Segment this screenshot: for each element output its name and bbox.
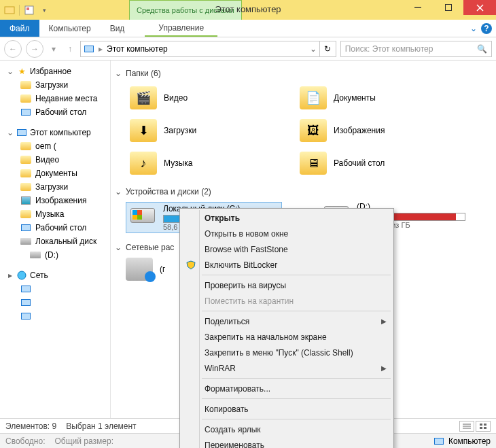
nav-this-pc[interactable]: ⌄ Этот компьютер	[0, 126, 110, 139]
folder-videos[interactable]: 🎬Видео	[126, 84, 268, 112]
menu-item[interactable]: Проверить на вирусы	[181, 277, 392, 293]
qat-dropdown-icon[interactable]: ▾	[39, 5, 50, 16]
menu-item[interactable]: Открыть в новом окне	[181, 226, 392, 241]
forward-button[interactable]: →	[26, 40, 43, 58]
menu-item[interactable]: Закрепить на начальном экране	[181, 329, 392, 345]
menu-item[interactable]: Включить BitLocker	[181, 257, 392, 273]
chevron-down-icon[interactable]: ⌄	[115, 187, 122, 196]
chevron-right-icon[interactable]: ▸	[99, 44, 103, 54]
nav-network-pc1[interactable]	[0, 282, 110, 296]
properties-icon[interactable]	[24, 5, 35, 16]
tab-computer[interactable]: Компьютер	[39, 20, 101, 37]
folder-pictures[interactable]: 🖼Изображения	[296, 116, 438, 145]
folder-icon	[20, 168, 31, 179]
folder-icon	[20, 209, 31, 220]
desktop-icon	[20, 222, 31, 233]
menu-item-label: Копировать	[205, 404, 249, 414]
menu-item-label: Открыть в новом окне	[205, 229, 288, 239]
status-free: Свободно:	[5, 436, 46, 446]
tab-file[interactable]: Файл	[0, 20, 39, 37]
menu-item[interactable]: Форматировать...	[181, 381, 392, 396]
back-button[interactable]: ←	[4, 40, 22, 58]
ribbon-expand-icon[interactable]: ⌄	[470, 24, 477, 33]
recent-locations-icon[interactable]: ▾	[48, 40, 60, 58]
nav-item-documents[interactable]: Документы	[0, 167, 110, 180]
computer-icon	[20, 311, 31, 322]
folder-music[interactable]: ♪Музыка	[126, 149, 268, 177]
nav-network-pc3[interactable]	[0, 309, 110, 323]
nav-item-pictures[interactable]: Изображения	[0, 194, 110, 207]
submenu-arrow-icon: ▶	[381, 317, 387, 325]
computer-icon	[16, 127, 27, 138]
menu-item[interactable]: Поделиться▶	[181, 313, 392, 329]
search-input[interactable]: Поиск: Этот компьютер 🔍	[340, 41, 492, 57]
menu-separator	[202, 419, 391, 419]
computer-icon	[433, 436, 444, 447]
view-icons-button[interactable]	[476, 421, 491, 432]
up-button[interactable]: ↑	[64, 40, 76, 58]
svg-rect-2	[26, 7, 29, 10]
close-button[interactable]	[463, 0, 496, 15]
nav-item-downloads[interactable]: Загрузки	[0, 78, 110, 92]
menu-item[interactable]: Закрепить в меню "Пуск" (Classic Shell)	[181, 345, 392, 360]
menu-item[interactable]: WinRAR▶	[181, 360, 392, 376]
folder-downloads[interactable]: ⬇Загрузки	[126, 116, 268, 145]
svg-point-7	[18, 271, 26, 279]
chevron-down-icon[interactable]: ⌄	[115, 69, 122, 78]
pictures-icon	[20, 195, 31, 206]
nav-item-downloads2[interactable]: Загрузки	[0, 180, 110, 194]
menu-separator	[202, 398, 391, 399]
qat-separator	[19, 5, 20, 16]
nav-item-music[interactable]: Музыка	[0, 207, 110, 221]
folder-icon: 🖥	[300, 152, 327, 175]
tab-manage[interactable]: Управление	[145, 20, 217, 37]
menu-item[interactable]: Переименовать	[181, 437, 392, 448]
network-computer-icon	[126, 258, 153, 281]
svg-rect-0	[5, 7, 14, 14]
section-drives[interactable]: ⌄ Устройства и диски (2)	[115, 187, 491, 196]
svg-rect-14	[484, 427, 486, 429]
help-icon[interactable]: ?	[481, 23, 492, 34]
chevron-down-icon[interactable]: ⌄	[310, 44, 317, 54]
nav-network-pc2[interactable]	[0, 296, 110, 309]
contextual-tab-drives[interactable]: Средства работы с дисками	[129, 0, 242, 20]
maximize-button[interactable]	[433, 0, 463, 15]
chevron-down-icon[interactable]: ⌄	[7, 67, 14, 76]
nav-item-videos[interactable]: Видео	[0, 153, 110, 167]
nav-item-desktop[interactable]: Рабочий стол	[0, 105, 110, 119]
menu-item-label: Переименовать	[205, 441, 264, 449]
titlebar: ▾ Средства работы с дисками Этот компьют…	[0, 0, 496, 20]
menu-separator	[202, 275, 391, 275]
folder-icon: 📄	[300, 86, 327, 109]
folder-documents[interactable]: 📄Документы	[296, 84, 438, 112]
chevron-down-icon[interactable]: ⌄	[7, 128, 14, 137]
folder-icon	[20, 80, 31, 90]
desktop-icon	[20, 107, 31, 118]
menu-item[interactable]: Browse with FastStone	[181, 241, 392, 257]
drive-icon	[30, 249, 41, 260]
nav-favorites[interactable]: ⌄ ★ Избранное	[0, 65, 110, 78]
nav-item-recent[interactable]: Недавние места	[0, 92, 110, 105]
folder-icon	[20, 93, 31, 104]
nav-item-oem[interactable]: oem (	[0, 139, 110, 153]
nav-network[interactable]: ▸ Сеть	[0, 269, 110, 282]
chevron-right-icon[interactable]: ▸	[7, 271, 14, 280]
menu-separator	[202, 378, 391, 379]
menu-item[interactable]: Создать ярлык	[181, 421, 392, 437]
nav-item-desktop2[interactable]: Рабочий стол	[0, 221, 110, 235]
view-details-button[interactable]	[459, 421, 474, 432]
chevron-down-icon[interactable]: ⌄	[115, 243, 122, 252]
section-folders[interactable]: ⌄ Папки (6)	[115, 69, 491, 78]
menu-separator	[202, 311, 391, 311]
menu-item[interactable]: Копировать	[181, 401, 392, 417]
menu-item-label: WinRAR	[205, 364, 236, 373]
nav-item-disk-d[interactable]: (D:)	[0, 248, 110, 262]
minimize-button[interactable]	[402, 0, 433, 15]
menu-item[interactable]: Открыть	[181, 210, 392, 226]
breadcrumb[interactable]: ▸ Этот компьютер ⌄	[80, 41, 320, 57]
nav-item-local-disk-c[interactable]: Локальный диск	[0, 235, 110, 248]
status-total: Общий размер:	[55, 436, 113, 446]
tab-view[interactable]: Вид	[101, 20, 135, 37]
refresh-button[interactable]: ↻	[320, 41, 336, 57]
folder-desktop[interactable]: 🖥Рабочий стол	[296, 149, 438, 177]
